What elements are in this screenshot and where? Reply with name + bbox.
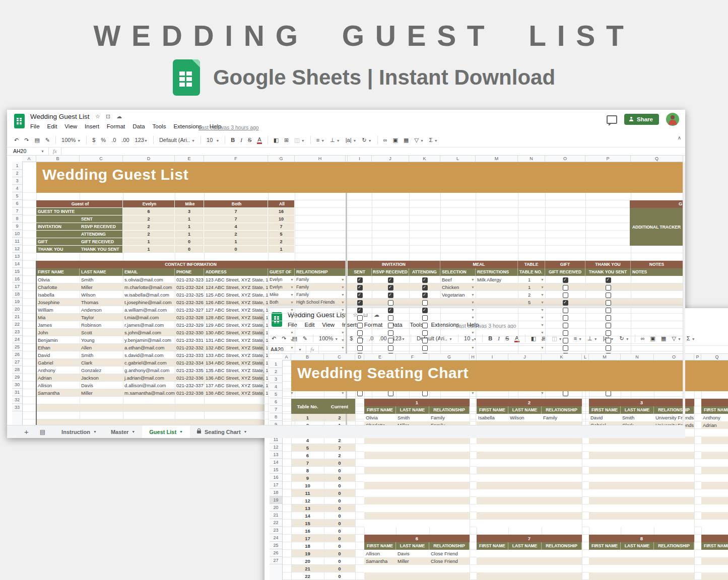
cell-email[interactable]: m.charlotte@mail.com bbox=[123, 283, 175, 291]
cell-first-name[interactable]: Isabella bbox=[477, 414, 508, 421]
col-header[interactable]: J bbox=[372, 155, 409, 162]
row-header[interactable]: 2 bbox=[12, 170, 22, 177]
cell-relationship[interactable]: ▼Family bbox=[295, 291, 346, 299]
checkbox[interactable] bbox=[422, 300, 428, 306]
col-header[interactable]: J bbox=[508, 353, 542, 360]
cell-restrictions[interactable] bbox=[476, 329, 518, 336]
cell-relationship[interactable]: University Friends bbox=[654, 414, 694, 421]
cell-address[interactable]: 133 ABC Street, XYZ State, 10 bbox=[204, 351, 268, 359]
col-header[interactable]: E bbox=[364, 353, 396, 360]
col-header[interactable]: O bbox=[545, 155, 585, 162]
row-header[interactable]: 17 bbox=[12, 283, 22, 291]
cell-relationship[interactable]: Close Friend bbox=[429, 550, 470, 557]
cell-table-no[interactable]: 19 bbox=[291, 550, 324, 557]
cell-last-name[interactable]: Gonzalez bbox=[80, 367, 123, 374]
dropdown-arrow-icon[interactable]: ▼ bbox=[341, 276, 346, 283]
checkbox[interactable] bbox=[422, 308, 428, 313]
col-header[interactable]: D bbox=[123, 155, 175, 162]
cell-last-name[interactable]: Anderson bbox=[80, 306, 123, 314]
font-size-select[interactable]: 10 ▼ bbox=[207, 137, 219, 143]
sheet-title-banner[interactable]: Wedding Guest List bbox=[36, 162, 683, 193]
summary-value[interactable]: 4 bbox=[204, 223, 268, 231]
tab-guest-list[interactable]: Guest List▼ bbox=[142, 425, 190, 438]
cell-meal-selection[interactable]: ▼Chicken bbox=[440, 283, 476, 291]
cell-table-no[interactable]: ▼5 bbox=[518, 299, 545, 306]
checkbox[interactable] bbox=[388, 323, 393, 328]
checkbox[interactable] bbox=[422, 285, 428, 291]
checkbox[interactable] bbox=[388, 308, 393, 313]
col-header[interactable]: P bbox=[694, 353, 701, 360]
dropdown-arrow-icon[interactable]: ▼ bbox=[541, 329, 545, 336]
summary-value[interactable]: 2 bbox=[123, 231, 175, 238]
cell-notes[interactable] bbox=[631, 314, 683, 321]
row-header[interactable]: 18 bbox=[12, 291, 22, 298]
cell-notes[interactable] bbox=[631, 344, 683, 351]
cell-phone[interactable]: 021-232-329 bbox=[175, 321, 204, 329]
col-header[interactable]: P bbox=[585, 155, 631, 162]
cell-last-name[interactable]: Taylor bbox=[80, 314, 123, 321]
col-header[interactable]: K bbox=[409, 155, 440, 162]
checkbox[interactable] bbox=[422, 330, 428, 336]
summary-corner[interactable]: Guest of bbox=[36, 200, 123, 208]
cell-current[interactable]: 0 bbox=[324, 474, 355, 482]
checkbox[interactable] bbox=[357, 391, 363, 396]
row-header[interactable]: 23 bbox=[270, 527, 282, 534]
row-header[interactable]: 19 bbox=[270, 496, 282, 504]
col-header[interactable]: N bbox=[621, 353, 654, 360]
cell-last-name[interactable]: Smith bbox=[80, 351, 123, 359]
dropdown-arrow-icon[interactable]: ▼ bbox=[341, 314, 346, 321]
row-header[interactable]: 27 bbox=[12, 358, 22, 366]
dropdown-arrow-icon[interactable]: ▼ bbox=[471, 283, 476, 291]
cell-email[interactable]: y.benjamin@mail.com bbox=[123, 336, 175, 344]
cell-email[interactable]: d.allison@mail.com bbox=[123, 382, 175, 389]
cell-phone[interactable]: 021-232-325 bbox=[175, 291, 204, 299]
cell-email[interactable]: t.mia@mail.com bbox=[123, 314, 175, 321]
summary-value[interactable]: 2 bbox=[123, 223, 175, 231]
dropdown-arrow-icon[interactable]: ▼ bbox=[541, 321, 545, 329]
checkbox[interactable] bbox=[563, 315, 568, 321]
summary-sublabel[interactable]: THANK YOU SENT bbox=[80, 246, 123, 253]
cell-guest-of[interactable]: ▼ bbox=[268, 306, 295, 314]
row-header[interactable]: 4 bbox=[12, 185, 22, 192]
dropdown-arrow-icon[interactable]: ▼ bbox=[290, 336, 295, 344]
cell-table-no[interactable]: 16 bbox=[291, 527, 324, 535]
insert-chart-icon[interactable]: ▦ bbox=[404, 137, 409, 143]
cell-table-no[interactable]: 15 bbox=[291, 520, 324, 527]
summary-value[interactable]: 7 bbox=[204, 208, 268, 215]
col-header[interactable]: L bbox=[582, 353, 589, 360]
cell-current[interactable]: 0 bbox=[324, 467, 355, 474]
cell-phone[interactable]: 021-232-333 bbox=[175, 351, 204, 359]
checkbox[interactable] bbox=[563, 391, 568, 396]
dropdown-arrow-icon[interactable]: ▼ bbox=[471, 314, 476, 321]
row-header[interactable]: 6 bbox=[12, 200, 22, 207]
col-header[interactable]: I bbox=[477, 353, 508, 360]
row-header[interactable]: 13 bbox=[12, 253, 22, 260]
cell-table-no[interactable]: ▼ bbox=[518, 344, 545, 351]
summary-value[interactable]: 16 bbox=[268, 208, 295, 215]
cell-table-no[interactable]: 17 bbox=[291, 535, 324, 542]
print-icon[interactable]: ▤ bbox=[34, 137, 39, 143]
summary-value[interactable]: 1 bbox=[123, 246, 175, 253]
cell-restrictions[interactable]: Milk Allergy bbox=[476, 276, 518, 283]
row-header[interactable]: 3 bbox=[12, 177, 22, 185]
cell-address[interactable]: 130 ABC Street, XYZ State, 10 bbox=[204, 329, 268, 336]
checkbox[interactable] bbox=[422, 345, 428, 351]
cell-current[interactable]: 0 bbox=[324, 512, 355, 520]
row-header[interactable]: 16 bbox=[12, 275, 22, 283]
row-header[interactable]: 12 bbox=[12, 245, 22, 253]
add-sheet-icon[interactable]: + bbox=[24, 427, 29, 436]
col-header[interactable]: C bbox=[324, 353, 355, 360]
sheet-title-banner[interactable]: Wedding Seating Chart bbox=[291, 360, 728, 391]
cell-first-name[interactable]: Isabella bbox=[36, 291, 80, 299]
col-header[interactable]: F bbox=[396, 353, 429, 360]
cell-first-name[interactable]: Ethan bbox=[36, 344, 80, 351]
cell-first-name[interactable]: Benjamin bbox=[36, 336, 80, 344]
checkbox[interactable] bbox=[388, 277, 393, 283]
cell-address[interactable]: 137 ABC Street, XYZ State, 10 bbox=[204, 382, 268, 389]
cell-email[interactable]: g.anthony@mail.com bbox=[123, 367, 175, 374]
dropdown-arrow-icon[interactable]: ▼ bbox=[341, 329, 346, 336]
row-header[interactable]: 1 bbox=[270, 360, 282, 368]
cell-relationship[interactable]: ▼High School Friends bbox=[295, 299, 346, 306]
row-header[interactable]: 29 bbox=[12, 374, 22, 381]
cell-last-name[interactable]: Wilson bbox=[80, 291, 123, 299]
